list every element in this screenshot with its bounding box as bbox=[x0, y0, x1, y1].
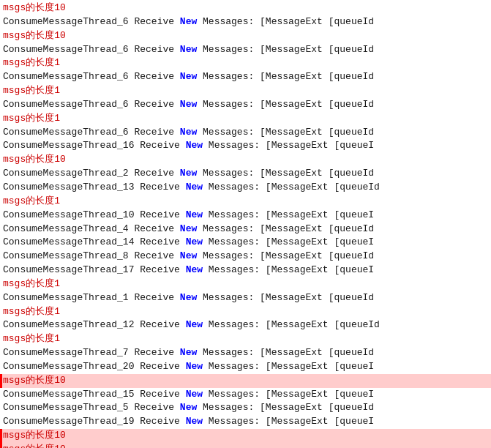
log-line: msgs的长度1 bbox=[0, 84, 491, 98]
log-line: ConsumeMessageThread_6 Receive New Messa… bbox=[0, 126, 491, 140]
log-line: ConsumeMessageThread_6 Receive New Messa… bbox=[0, 43, 491, 57]
log-line: ConsumeMessageThread_12 Receive New Mess… bbox=[0, 318, 491, 332]
log-line: ConsumeMessageThread_13 Receive New Mess… bbox=[0, 181, 491, 195]
log-line: msgs的长度10 bbox=[0, 1, 491, 15]
log-line: msgs的长度10 bbox=[0, 443, 491, 448]
log-line: msgs的长度10 bbox=[0, 374, 491, 388]
log-line: msgs的长度1 bbox=[0, 277, 491, 291]
log-line: ConsumeMessageThread_4 Receive New Messa… bbox=[0, 223, 491, 236]
log-line: ConsumeMessageThread_6 Receive New Messa… bbox=[0, 98, 491, 112]
log-line: ConsumeMessageThread_10 Receive New Mess… bbox=[0, 209, 491, 223]
log-line: msgs的长度1 bbox=[0, 332, 491, 346]
log-line: ConsumeMessageThread_5 Receive New Messa… bbox=[0, 401, 491, 415]
log-line: ConsumeMessageThread_15 Receive New Mess… bbox=[0, 388, 491, 402]
log-line: msgs的长度10 bbox=[0, 29, 491, 43]
log-line: ConsumeMessageThread_14 Receive New Mess… bbox=[0, 236, 491, 250]
log-line: msgs的长度1 bbox=[0, 112, 491, 126]
log-line: ConsumeMessageThread_6 Receive New Messa… bbox=[0, 70, 491, 84]
log-line: ConsumeMessageThread_17 Receive New Mess… bbox=[0, 264, 491, 277]
log-line: msgs的长度1 bbox=[0, 56, 491, 70]
log-line: ConsumeMessageThread_16 Receive New Mess… bbox=[0, 139, 491, 153]
log-line: msgs的长度1 bbox=[0, 195, 491, 209]
log-line: ConsumeMessageThread_2 Receive New Messa… bbox=[0, 167, 491, 181]
log-line: ConsumeMessageThread_20 Receive New Mess… bbox=[0, 360, 491, 374]
log-line: ConsumeMessageThread_8 Receive New Messa… bbox=[0, 250, 491, 264]
log-line: msgs的长度1 bbox=[0, 305, 491, 319]
log-line: msgs的长度10 bbox=[0, 153, 491, 167]
log-line: ConsumeMessageThread_7 Receive New Messa… bbox=[0, 346, 491, 360]
log-container[interactable]: msgs的长度10ConsumeMessageThread_6 Receive … bbox=[0, 0, 491, 448]
log-line: ConsumeMessageThread_19 Receive New Mess… bbox=[0, 415, 491, 429]
log-line: msgs的长度10 bbox=[0, 429, 491, 443]
log-line: ConsumeMessageThread_1 Receive New Messa… bbox=[0, 291, 491, 305]
log-line: ConsumeMessageThread_6 Receive New Messa… bbox=[0, 15, 491, 29]
